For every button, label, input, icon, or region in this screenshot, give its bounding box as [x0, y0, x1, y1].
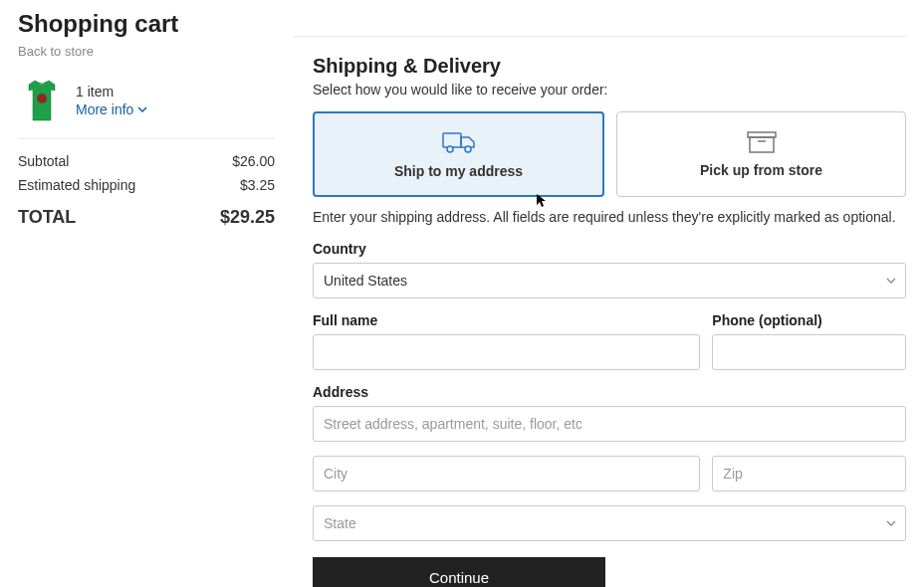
item-count: 1 item — [76, 84, 147, 99]
product-thumbnail — [18, 77, 66, 124]
ship-option-label: Ship to my address — [394, 163, 523, 179]
total-label: TOTAL — [18, 207, 76, 228]
fullname-input[interactable] — [313, 334, 700, 370]
ship-option[interactable]: Ship to my address — [313, 111, 604, 197]
svg-rect-4 — [750, 137, 774, 152]
section-subtitle: Select how you would like to receive you… — [313, 82, 906, 98]
cart-summary: Subtotal $26.00 Estimated shipping $3.25… — [18, 139, 275, 232]
chevron-down-icon — [137, 106, 147, 112]
zip-input[interactable] — [712, 456, 906, 491]
cart-sidebar: Shopping cart Back to store 1 item More … — [18, 10, 293, 587]
more-info-label: More info — [76, 101, 133, 117]
section-title: Shipping & Delivery — [313, 55, 906, 78]
shipping-desc: Enter your shipping address. All fields … — [313, 209, 906, 225]
svg-point-2 — [447, 146, 453, 152]
back-to-store-link[interactable]: Back to store — [18, 44, 94, 59]
pickup-option[interactable]: Pick up from store — [616, 111, 906, 197]
box-icon — [747, 130, 777, 154]
street-input[interactable] — [313, 406, 906, 442]
continue-button[interactable]: Continue — [313, 557, 605, 587]
subtotal-value: $26.00 — [232, 153, 275, 169]
truck-icon — [441, 129, 477, 155]
svg-point-3 — [465, 146, 471, 152]
pickup-option-label: Pick up from store — [700, 162, 822, 178]
svg-point-0 — [37, 94, 47, 103]
cart-title: Shopping cart — [18, 10, 275, 38]
cart-item: 1 item More info — [18, 69, 275, 139]
fullname-label: Full name — [313, 312, 700, 328]
shipping-value: $3.25 — [240, 177, 275, 193]
total-value: $29.25 — [220, 207, 275, 228]
state-select[interactable]: State — [313, 505, 906, 541]
phone-input[interactable] — [712, 334, 906, 370]
shipping-label: Estimated shipping — [18, 177, 135, 193]
more-info-link[interactable]: More info — [76, 101, 147, 117]
svg-rect-1 — [443, 133, 461, 147]
shipping-section: Shipping & Delivery Select how you would… — [293, 36, 906, 587]
address-label: Address — [313, 384, 906, 400]
phone-label: Phone (optional) — [712, 312, 906, 328]
country-select[interactable]: United States — [313, 263, 906, 298]
city-input[interactable] — [313, 456, 700, 491]
subtotal-label: Subtotal — [18, 153, 69, 169]
svg-rect-5 — [748, 132, 776, 137]
country-label: Country — [313, 241, 906, 257]
